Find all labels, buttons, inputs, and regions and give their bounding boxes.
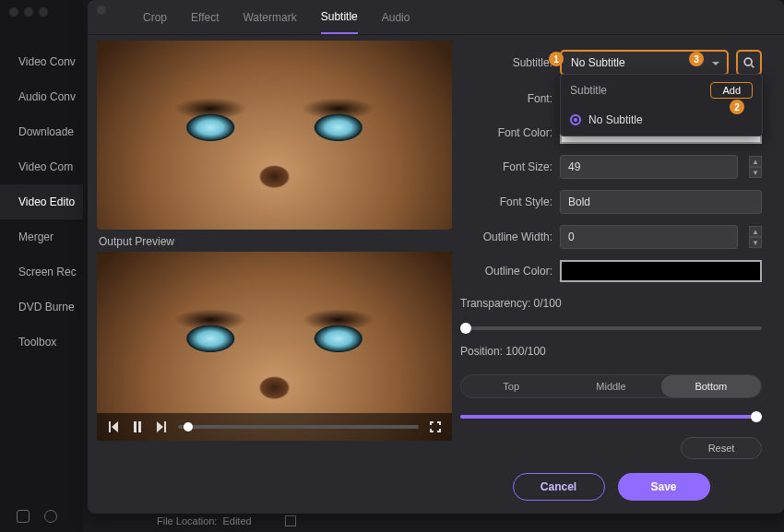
annotation-badge-2: 2 (730, 100, 744, 114)
sidebar-item-audio-converter[interactable]: Audio Conv (0, 79, 83, 114)
slider-thumb[interactable] (751, 411, 762, 422)
sidebar-item-merger[interactable]: Merger (0, 219, 83, 254)
file-location-value: Edited (222, 515, 251, 526)
scrub-thumb[interactable] (184, 422, 193, 432)
reset-button[interactable]: Reset (681, 437, 762, 459)
annotation-badge-3: 3 (689, 52, 704, 66)
slider-fill (460, 415, 762, 419)
original-preview (97, 41, 452, 230)
font-label: Font: (460, 92, 552, 105)
svg-line-1 (752, 65, 754, 68)
outline-width-stepper[interactable]: ▲▼ (749, 226, 762, 248)
radio-icon (570, 114, 581, 125)
window-close-dot[interactable] (9, 7, 18, 17)
font-size-input[interactable]: 49 (560, 155, 738, 179)
window-controls[interactable] (9, 7, 48, 17)
font-size-stepper[interactable]: ▲▼ (749, 156, 762, 178)
outline-width-label: Outline Width: (460, 231, 552, 243)
sidebar-item-downloader[interactable]: Downloade (0, 114, 83, 149)
window-max-dot[interactable] (39, 7, 48, 17)
save-button[interactable]: Save (618, 473, 710, 501)
font-style-select[interactable]: Bold (560, 190, 762, 214)
tab-audio[interactable]: Audio (382, 11, 410, 33)
position-segments[interactable]: Top Middle Bottom (460, 374, 762, 398)
outline-color-label: Outline Color: (460, 265, 552, 278)
chevron-down-icon[interactable]: ▼ (749, 237, 762, 248)
file-location-checkbox[interactable] (285, 515, 296, 526)
player-controls (97, 413, 452, 441)
tab-effect[interactable]: Effect (191, 11, 219, 33)
position-label: Position: 100/100 (460, 345, 762, 358)
editor-panel: Crop Effect Watermark Subtitle Audio Out… (88, 0, 784, 514)
window-min-dot[interactable] (24, 7, 33, 17)
chevron-up-icon[interactable]: ▲ (749, 156, 762, 167)
position-bottom[interactable]: Bottom (661, 375, 761, 397)
font-size-label: Font Size: (460, 160, 552, 173)
subtitle-option-none[interactable]: No Subtitle (570, 113, 753, 126)
cancel-button[interactable]: Cancel (513, 473, 605, 501)
library-icon[interactable] (17, 510, 30, 523)
tab-crop[interactable]: Crop (143, 11, 167, 33)
sidebar: Video Conv Audio Conv Downloade Video Co… (0, 0, 83, 532)
subtitle-settings: 1 2 3 Subtitle: No Subtitle Subtitle Add… (457, 35, 784, 514)
pause-icon[interactable] (130, 420, 145, 434)
transparency-label: Transparency: 0/100 (460, 297, 762, 310)
svg-point-0 (744, 58, 752, 65)
subtitle-option-label: No Subtitle (588, 113, 643, 126)
add-subtitle-button[interactable]: Add (710, 82, 753, 99)
position-slider[interactable] (460, 415, 762, 419)
sidebar-item-toolbox[interactable]: Toolbox (0, 325, 83, 360)
outline-width-input[interactable]: 0 (560, 225, 738, 249)
output-preview (97, 252, 452, 441)
subtitle-label: Subtitle: (460, 56, 552, 69)
file-location-label: File Location: (157, 515, 217, 526)
output-preview-label: Output Preview (99, 235, 457, 248)
outline-color-swatch[interactable] (560, 260, 762, 282)
panel-footer: Cancel Save (460, 473, 762, 506)
chevron-up-icon[interactable]: ▲ (749, 226, 762, 237)
sidebar-item-video-compressor[interactable]: Video Com (0, 149, 83, 184)
chevron-down-icon[interactable]: ▼ (749, 167, 762, 178)
sidebar-item-screen-recorder[interactable]: Screen Rec (0, 254, 83, 290)
search-icon (742, 56, 755, 69)
tab-watermark[interactable]: Watermark (243, 11, 296, 33)
position-top[interactable]: Top (461, 375, 561, 397)
sidebar-item-video-editor[interactable]: Video Edito (0, 184, 83, 219)
position-middle[interactable]: Middle (561, 375, 660, 397)
help-icon[interactable] (44, 510, 57, 523)
subtitle-search-button[interactable] (736, 50, 762, 76)
subtitle-select[interactable]: No Subtitle (560, 50, 729, 76)
sidebar-item-dvd-burner[interactable]: DVD Burne (0, 290, 83, 325)
preview-column: Output Preview (88, 35, 457, 514)
fullscreen-icon[interactable] (428, 420, 443, 434)
slider-thumb[interactable] (460, 323, 471, 334)
sidebar-item-video-converter[interactable]: Video Conv (0, 44, 83, 79)
next-frame-icon[interactable] (154, 420, 169, 434)
transparency-slider[interactable] (460, 326, 762, 330)
preview-image (97, 41, 452, 230)
annotation-badge-1: 1 (549, 52, 564, 66)
font-style-label: Font Style: (460, 195, 552, 208)
prev-frame-icon[interactable] (106, 420, 121, 434)
dropdown-header: Subtitle (570, 84, 607, 97)
scrub-bar[interactable] (178, 425, 419, 429)
font-color-label: Font Color: (460, 126, 552, 139)
editor-tabs: Crop Effect Watermark Subtitle Audio (88, 0, 784, 35)
panel-close-dot[interactable] (97, 6, 106, 15)
file-location: File Location: Edited (157, 515, 296, 526)
tab-subtitle[interactable]: Subtitle (321, 10, 358, 34)
